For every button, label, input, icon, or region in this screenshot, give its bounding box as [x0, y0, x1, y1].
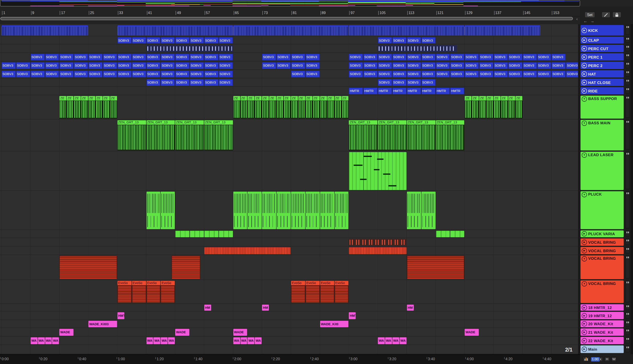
scrollbar-handle[interactable]: [1, 17, 573, 20]
clip-vocal-bring-15[interactable]: [407, 256, 464, 279]
clip-bass-main-9[interactable]: ZEN_GRT_13: [175, 120, 204, 150]
clip-hat-5[interactable]: SOBV3: [190, 70, 204, 78]
clip-perc-1-3[interactable]: SOBV3: [421, 54, 435, 60]
clip-ride-7[interactable]: HMTR: [421, 88, 435, 94]
play-icon[interactable]: ▶: [582, 338, 587, 343]
clip-pluck-varia-12[interactable]: [219, 231, 233, 237]
clip-hat-5[interactable]: SOBV3: [161, 70, 175, 78]
clip-perc-2-4[interactable]: SOBV3: [190, 62, 204, 69]
clip-hat-5[interactable]: SOBV3: [450, 70, 464, 78]
track-header-19-hmtr-12-18[interactable]: ▶19 HMTR_12: [581, 312, 624, 319]
clip-vocal-bring-14[interactable]: [204, 247, 291, 254]
clip-clap-1[interactable]: SOBV3: [132, 37, 146, 44]
clip-22-wade-kit-21[interactable]: WA: [38, 337, 45, 344]
clip-hat-close-6[interactable]: SOBV3: [378, 79, 392, 86]
track-header-hat-5[interactable]: ▶HAT: [581, 70, 624, 78]
clip-bass-main-9[interactable]: ZEN_GRT_13: [436, 120, 464, 150]
clip-bass-suppor-8[interactable]: ZE: [74, 96, 81, 118]
clip-bass-suppor-8[interactable]: ZE: [284, 96, 291, 118]
clip-bass-main-9[interactable]: ZEN_GRT_13: [349, 120, 378, 150]
clip-pluck-11[interactable]: [306, 192, 320, 229]
clip-bass-main-9[interactable]: ZEN_GRT_13: [407, 120, 435, 150]
track-header-kick-0[interactable]: ▶KICK: [581, 25, 624, 36]
clip-perc-2-4[interactable]: SOBV3: [89, 62, 103, 69]
clip-perc-1-3[interactable]: SOBV3: [349, 54, 363, 60]
clip-clap-1[interactable]: SOBV3: [118, 37, 132, 44]
clip-perc-1-3[interactable]: SOBV3: [89, 54, 103, 60]
clip-perc-1-3[interactable]: SOBV3: [450, 54, 464, 60]
play-icon[interactable]: ▶: [582, 38, 587, 43]
clip-hat-5[interactable]: SOBV3: [45, 70, 59, 78]
horizontal-scrollbar[interactable]: ‹: [0, 16, 580, 22]
clip-perc-1-3[interactable]: SOBV3: [436, 54, 450, 60]
clip-hat-5[interactable]: SOBV3: [74, 70, 88, 78]
clip-bass-suppor-8[interactable]: ZE: [501, 96, 508, 118]
clip-clap-1[interactable]: SOBV3: [392, 37, 406, 44]
clip-18-hmtr-12-17[interactable]: HM: [204, 304, 211, 310]
clip-hat-close-6[interactable]: SOBV3: [147, 79, 161, 86]
clip-hat-close-6[interactable]: SOBV3: [407, 79, 421, 86]
clip-vocal-bring-15[interactable]: [60, 256, 117, 279]
clip-kick-0[interactable]: [233, 26, 349, 36]
clip-bass-suppor-8[interactable]: ZE: [67, 96, 74, 118]
w-button[interactable]: W: [611, 356, 617, 362]
clip-perc-1-3[interactable]: SOBV3: [494, 54, 508, 60]
clip-perc-1-3[interactable]: SOBV3: [118, 54, 132, 60]
clip-bass-suppor-8[interactable]: ZE: [96, 96, 103, 118]
play-icon[interactable]: ▶: [582, 330, 587, 335]
track-header-main-22[interactable]: ▶Main: [581, 345, 624, 353]
clip-hat-5[interactable]: SOBV3: [537, 70, 551, 78]
clip-hat-5[interactable]: SOBV3: [407, 70, 421, 78]
clip-vocal-bring-13[interactable]: [349, 239, 407, 246]
clip-22-wade-kit-21[interactable]: WA: [400, 337, 407, 344]
clip-vocal-bring-16[interactable]: EvoSo: [320, 281, 334, 303]
clip-hat-close-6[interactable]: SOBV3: [204, 79, 218, 86]
track-header-pluck-varia-12[interactable]: ▶PLUCK VARIA: [581, 230, 624, 237]
clip-pluck-11[interactable]: [277, 192, 291, 229]
clip-hat-5[interactable]: SOBV3: [204, 70, 218, 78]
clip-perc-2-4[interactable]: SOBV3: [204, 62, 218, 69]
clip-hat-5[interactable]: SOBV3: [392, 70, 406, 78]
clip-bass-suppor-8[interactable]: ZE: [306, 96, 312, 118]
clip-perc-1-3[interactable]: SOBV3: [378, 54, 392, 60]
clip-bass-main-9[interactable]: ZEN_GRT_13: [378, 120, 407, 150]
clip-perc-2-4[interactable]: SOBV3: [450, 62, 464, 69]
play-icon[interactable]: ▶: [582, 80, 587, 85]
clip-ride-7[interactable]: HMTR: [436, 88, 450, 94]
clip-perc-1-3[interactable]: SOBV3: [31, 54, 45, 60]
clip-pluck-11[interactable]: [248, 192, 262, 229]
clip-perc-1-3[interactable]: SOBV3: [306, 54, 320, 60]
clip-21-wade-kit-20[interactable]: WADE: [60, 329, 74, 336]
clip-perc-1-3[interactable]: SOBV3: [479, 54, 493, 60]
clip-bass-suppor-8[interactable]: ZE: [320, 96, 327, 118]
clip-hat-5[interactable]: SOBV3: [132, 70, 146, 78]
clip-kick-0[interactable]: [465, 26, 540, 36]
clip-perc-2-4[interactable]: SOBV3: [16, 62, 30, 69]
clip-ride-7[interactable]: HMTR: [378, 88, 392, 94]
clip-bass-suppor-8[interactable]: ZE: [335, 96, 341, 118]
track-header-21-wade-kit-20[interactable]: ▶21 WADE_Kit: [581, 328, 624, 336]
track-header-20-wade-kit-19[interactable]: ▶20 WADE_Kit: [581, 320, 624, 327]
clip-22-wade-kit-21[interactable]: WA: [31, 337, 38, 344]
clip-pluck-11[interactable]: [147, 192, 161, 229]
clip-vocal-bring-16[interactable]: EvoSo: [291, 281, 305, 303]
clip-perc-2-4[interactable]: SOBV3: [494, 62, 508, 69]
clip-pluck-11[interactable]: [262, 192, 276, 229]
clip-pluck-varia-12[interactable]: [436, 231, 450, 237]
fold-arrow-icon[interactable]: ▼: [582, 281, 587, 286]
scroll-left-arrow[interactable]: ‹: [576, 16, 578, 21]
play-icon[interactable]: ▶: [582, 248, 587, 253]
clip-21-wade-kit-20[interactable]: WADE: [465, 329, 479, 336]
track-header-22-wade-kit-21[interactable]: ▶22 WADE_Kit: [581, 337, 624, 344]
clip-bass-suppor-8[interactable]: ZE: [277, 96, 284, 118]
clip-hat-close-6[interactable]: SOBV3: [219, 79, 233, 86]
clip-bass-suppor-8[interactable]: ZE: [298, 96, 305, 118]
clip-22-wade-kit-21[interactable]: WA: [255, 337, 262, 344]
clip-perc-2-4[interactable]: SOBV3: [161, 62, 175, 69]
clip-pluck-11[interactable]: [320, 192, 334, 229]
clip-perc-1-3[interactable]: SOBV3: [175, 54, 189, 60]
clip-bass-suppor-8[interactable]: ZE: [327, 96, 334, 118]
fold-arrow-icon[interactable]: ▼: [582, 121, 587, 126]
play-icon[interactable]: ▶: [582, 88, 587, 94]
clip-hat-5[interactable]: SOBV3: [306, 70, 320, 78]
